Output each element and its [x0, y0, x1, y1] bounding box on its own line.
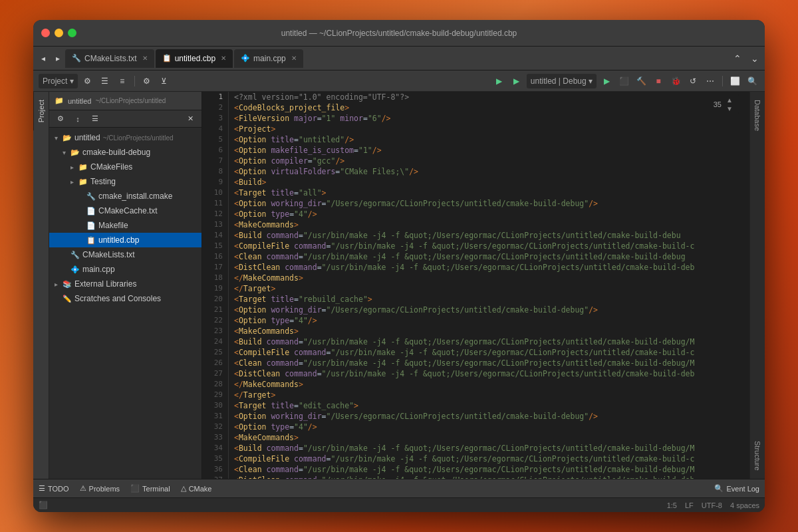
project-dropdown[interactable]: Project ▾ — [39, 74, 78, 88]
line-num-15: 15 — [202, 241, 228, 251]
close-button[interactable] — [41, 29, 50, 37]
sidebar-path-sub: ~/CLionProjects/untitled — [95, 97, 166, 104]
code-line-30: <Target title="edit_cache"> — [234, 400, 744, 411]
tab-close-cbp[interactable]: ✕ — [221, 55, 226, 62]
toolbar-right: ▶ ▶ untitled | Debug ▾ ▶ ⬛ 🔨 ■ 🐞 ↺ ⋯ ⬜ 🔍 — [492, 74, 759, 88]
code-line-18: </MakeCommands> — [234, 273, 744, 283]
cmake-bottom-icon: △ — [181, 484, 186, 493]
tree-item-cmake-build-debug[interactable]: ▾ 📂 cmake-build-debug — [49, 145, 201, 160]
line-num-7: 7 — [202, 156, 228, 166]
cmakelists-icon: 🔧 — [70, 251, 80, 259]
tree-label-scratches: Scratches and Consoles — [74, 294, 161, 303]
attach-button[interactable]: 🐞 — [668, 74, 683, 88]
gear-icon[interactable]: ⚙ — [140, 74, 154, 88]
tree-item-cmake-install[interactable]: 🔧 cmake_install.cmake — [49, 189, 201, 203]
line-num-13: 13 — [202, 219, 228, 230]
tab-cmakeLists[interactable]: 🔧 CMakeLists.txt ✕ — [65, 49, 154, 68]
line-num-22: 22 — [202, 315, 228, 326]
encoding: UTF-8 — [702, 501, 722, 509]
line-num-21: 21 — [202, 305, 228, 315]
sidebar-close-icon[interactable]: ✕ — [183, 112, 198, 126]
expand-button[interactable]: ⌄ — [747, 51, 762, 66]
tree-item-cmakelists[interactable]: 🔧 CMakeLists.txt — [49, 247, 201, 262]
sidebar-settings-icon[interactable]: ⚙ — [53, 112, 68, 126]
code-line-21: <Option working_dir="/Users/egormac/CLio… — [234, 305, 744, 315]
code-line-37: <DistClean command="/usr/bin/make -j4 -f… — [234, 475, 744, 479]
tree-arrow-testing: ▸ — [70, 178, 78, 186]
collapse-button[interactable]: ⌃ — [730, 51, 745, 66]
scroll-down-button[interactable]: ▼ — [724, 104, 735, 112]
tab-untitled-cbp[interactable]: 📋 untitled.cbp ✕ — [156, 49, 233, 68]
tree-label-cbp: untitled.cbp — [98, 235, 139, 245]
debug-config-button[interactable]: ⬛ — [616, 74, 631, 88]
tree-item-testing[interactable]: ▸ 📁 Testing — [49, 174, 201, 189]
tree-arrow-cmake-build: ▾ — [63, 149, 70, 156]
cpp-file-icon: 💠 — [241, 54, 250, 63]
line-num-14: 14 — [202, 230, 228, 241]
cmake-button[interactable]: △ CMake — [181, 484, 212, 493]
sidebar: 📁 untitled ~/CLionProjects/untitled ⚙ ↕ … — [49, 92, 202, 479]
code-container[interactable]: 1 2 3 4 5 6 7 8 9 10 11 12 13 14 15 16 1 — [202, 92, 749, 479]
tree-item-untitled[interactable]: ▾ 📂 untitled ~/CLionProjects/untitled — [49, 130, 201, 145]
toolbar-left: Project ▾ ⚙ ☰ ≡ ⚙ ⊻ — [39, 74, 172, 88]
search-everywhere-button[interactable]: 🔍 — [745, 74, 759, 88]
run-config-button[interactable]: ▶ — [599, 74, 614, 88]
nav-back-button[interactable]: ◂ — [36, 51, 51, 66]
window-title: untitled — ~/CLionProjects/untitled/cmak… — [41, 29, 757, 38]
tree-label-cmakecache: CMakeCache.txt — [98, 206, 158, 215]
tab-close-cmake[interactable]: ✕ — [142, 55, 148, 62]
build-button[interactable]: 🔨 — [634, 74, 648, 88]
filter-icon[interactable]: ⊻ — [157, 74, 172, 88]
tab-main-cpp[interactable]: 💠 main.cpp ✕ — [234, 49, 303, 68]
tab-label-cpp: main.cpp — [253, 54, 286, 63]
tree-item-makefile[interactable]: 📄 Makefile — [49, 218, 201, 233]
line-num-20: 20 — [202, 294, 228, 305]
tree-item-cmakecache[interactable]: 📄 CMakeCache.txt — [49, 203, 201, 218]
toolbar-separator-2 — [722, 76, 723, 86]
tree-item-cmakefiles[interactable]: ▸ 📁 CMakeFiles — [49, 160, 201, 174]
tree-arrow-cmakelists — [63, 251, 70, 259]
line-num-29: 29 — [202, 390, 228, 400]
build-config-label[interactable]: untitled | Debug ▾ — [527, 74, 597, 88]
code-line-8: <Option virtualFolders="CMake Files;\"/> — [234, 166, 744, 177]
tree-path-untitled: ~/CLionProjects/untitled — [103, 134, 174, 142]
problems-button[interactable]: ⚠ Problems — [80, 484, 120, 493]
line-num-6: 6 — [202, 145, 228, 156]
debug-button[interactable]: ▶ — [509, 74, 524, 88]
tree-label-testing: Testing — [90, 177, 116, 186]
project-tab[interactable]: Project — [33, 92, 49, 130]
tree-item-scratches[interactable]: ✏️ Scratches and Consoles — [49, 291, 201, 306]
run-button[interactable]: ▶ — [492, 74, 507, 88]
settings-icon[interactable]: ⚙ — [80, 74, 95, 88]
main-window: untitled — ~/CLionProjects/untitled/cmak… — [33, 20, 765, 512]
scroll-up-button[interactable]: ▲ — [724, 96, 735, 104]
stop-button[interactable]: ■ — [651, 74, 666, 88]
tree-label-cmakefiles: CMakeFiles — [90, 162, 132, 172]
nav-forward-button[interactable]: ▸ — [51, 51, 65, 66]
code-line-20: <Target title="rebuild_cache"> — [234, 294, 744, 305]
code-line-16: <Clean command="/usr/bin/make -j4 -f &qu… — [234, 251, 744, 262]
more-button[interactable]: ⋯ — [703, 74, 718, 88]
split-button[interactable]: ⬜ — [728, 74, 742, 88]
align-icon[interactable]: ☰ — [98, 74, 112, 88]
database-tab[interactable]: Database — [750, 92, 765, 139]
tree-item-main-cpp[interactable]: 💠 main.cpp — [49, 262, 201, 277]
structure-tab[interactable]: Structure — [750, 433, 765, 479]
minimize-button[interactable] — [55, 29, 63, 37]
line-num-1: 1 — [202, 92, 228, 102]
code-content[interactable]: <?xml version="1.0" encoding="UTF-8"?> <… — [229, 92, 749, 479]
tree-item-untitled-cbp[interactable]: 📋 untitled.cbp — [49, 233, 201, 247]
reload-button[interactable]: ↺ — [686, 74, 700, 88]
todo-button[interactable]: ☰ TODO — [39, 484, 69, 493]
terminal-button[interactable]: ⬛ Terminal — [130, 484, 170, 493]
tab-label-cmake: CMakeLists.txt — [84, 54, 137, 63]
sidebar-filter-icon[interactable]: ☰ — [88, 112, 102, 126]
code-line-14: <Build command="/usr/bin/make -j4 -f &qu… — [234, 230, 744, 241]
tree-item-ext-libraries[interactable]: ▸ 📚 External Libraries — [49, 277, 201, 291]
maximize-button[interactable] — [68, 29, 76, 37]
sidebar-sort-icon[interactable]: ↕ — [70, 112, 85, 126]
tree-icon[interactable]: ≡ — [115, 74, 130, 88]
tab-close-cpp[interactable]: ✕ — [291, 55, 297, 62]
code-line-12: <Option type="4"/> — [234, 209, 744, 219]
event-log-button[interactable]: 🔍 Event Log — [714, 484, 759, 493]
